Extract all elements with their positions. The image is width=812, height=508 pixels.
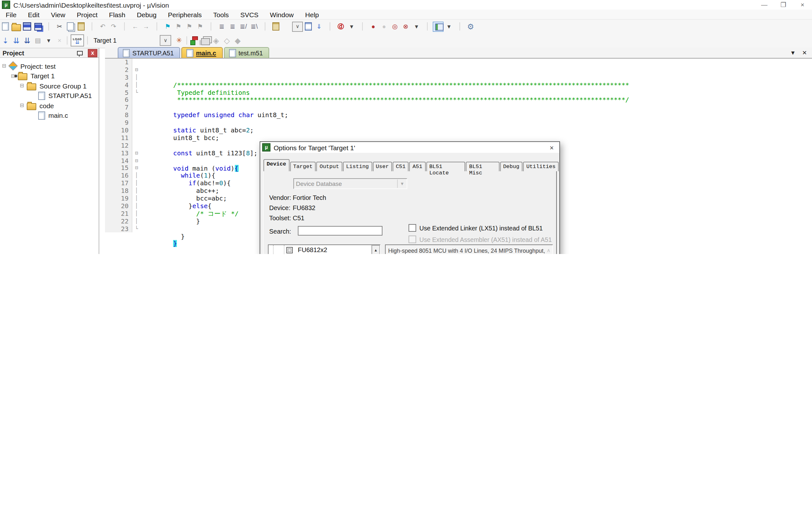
menu-window[interactable]: Window — [264, 10, 300, 18]
dialog-tab-user[interactable]: User — [373, 162, 392, 171]
fold-marker[interactable] — [132, 127, 141, 134]
fold-marker[interactable]: │ — [132, 217, 141, 225]
configure-wrench-icon[interactable]: ⚙ — [465, 21, 476, 32]
minimize-button[interactable]: — — [755, 0, 774, 9]
dialog-tab-bl51-misc[interactable]: BL51 Misc — [466, 162, 500, 171]
open-folder-icon[interactable] — [11, 21, 21, 32]
save-all-icon[interactable] — [33, 21, 43, 32]
menu-view[interactable]: View — [45, 10, 71, 18]
menu-tools[interactable]: Tools — [208, 10, 234, 18]
fold-marker[interactable] — [132, 96, 141, 104]
undo-icon[interactable]: ↶ — [97, 21, 108, 32]
dialog-tab-output[interactable]: Output — [316, 162, 342, 171]
tab-test-m51[interactable]: test.m51 — [224, 47, 269, 58]
dialog-tab-c51[interactable]: C51 — [393, 162, 409, 171]
fold-marker[interactable] — [132, 104, 141, 112]
expander-icon[interactable]: ⊟ — [20, 103, 27, 109]
dialog-tab-utilities[interactable]: Utilities — [523, 162, 559, 171]
expander-icon[interactable]: ⊟ — [20, 83, 27, 89]
fold-marker[interactable] — [132, 58, 141, 66]
debug-download-icon[interactable]: ⇓ — [314, 21, 324, 32]
dialog-tab-a51[interactable]: A51 — [409, 162, 426, 171]
menu-file[interactable]: File — [0, 10, 22, 18]
menu-debug[interactable]: Debug — [131, 10, 162, 18]
fold-marker[interactable]: ⊟ — [132, 165, 141, 172]
comment-icon[interactable]: ≣/ — [238, 21, 249, 32]
menu-svcs[interactable]: SVCS — [234, 10, 264, 18]
device-row-fu6812x2[interactable]: FU6812x2 — [269, 245, 371, 254]
menu-peripherals[interactable]: Peripherals — [162, 10, 208, 18]
unindent-icon[interactable]: ≣ — [216, 21, 227, 32]
dialog-tab-bl51-locate[interactable]: BL51 Locate — [426, 162, 465, 171]
build-icon[interactable]: ⇊ — [11, 35, 21, 45]
dialog-tab-target[interactable]: Target — [290, 162, 316, 171]
tab-main-c[interactable]: main.c — [181, 47, 222, 58]
fold-marker[interactable]: │ — [132, 187, 141, 195]
tree-item-main-c[interactable]: main.c — [0, 111, 99, 120]
search-combo[interactable]: ∨ — [292, 21, 303, 32]
rebuild-icon[interactable]: ⇊ — [21, 35, 33, 45]
find-in-files-icon[interactable] — [303, 21, 314, 32]
device-list[interactable]: FU6812x2 FU6813 FU6815 — [268, 245, 380, 254]
translate-icon[interactable]: ⇣ — [0, 35, 11, 45]
fold-marker[interactable]: │ — [132, 195, 141, 203]
diamond-grid-icon[interactable]: ◈ — [211, 35, 221, 45]
fold-marker[interactable]: │ — [132, 74, 141, 82]
fold-marker[interactable]: ⊟ — [132, 157, 141, 165]
paste-icon[interactable] — [76, 21, 87, 32]
menu-help[interactable]: Help — [300, 10, 324, 18]
insert-bookmark-icon[interactable]: ⚑ — [162, 21, 173, 32]
fold-marker[interactable] — [132, 142, 141, 150]
redo-icon[interactable]: ↷ — [108, 21, 119, 32]
tree-item-project-test[interactable]: ⊟ Project: test — [0, 61, 99, 71]
dropdown-arrow-icon[interactable]: ▾ — [444, 21, 454, 32]
fold-marker[interactable]: └ — [132, 225, 141, 233]
copy-icon[interactable] — [65, 21, 76, 32]
expander-icon[interactable]: ⊟ — [2, 64, 9, 69]
indent-icon[interactable]: ≣ — [227, 21, 238, 32]
search-input[interactable] — [298, 226, 382, 236]
project-windows-button[interactable] — [433, 21, 444, 32]
dialog-tab-device[interactable]: Device — [264, 159, 289, 171]
fold-marker[interactable]: ⊟ — [132, 149, 141, 157]
dialog-title-bar[interactable]: µ Options for Target 'Target 1' × — [260, 142, 559, 153]
tree-item-code[interactable]: ⊟ code — [0, 100, 99, 111]
fold-marker[interactable]: │ — [132, 180, 141, 187]
device-list-scrollbar[interactable]: ▲ ▼ — [371, 245, 380, 254]
dialog-tab-debug[interactable]: Debug — [500, 162, 523, 171]
batch-build-icon[interactable]: ▤ — [33, 35, 43, 45]
target-select[interactable]: Target 1 — [90, 36, 160, 45]
fold-marker[interactable] — [132, 112, 141, 119]
dropdown-arrow-icon[interactable]: ▾ — [346, 21, 357, 32]
target-select-arrow[interactable]: ∨ — [160, 35, 171, 46]
scroll-up-icon[interactable]: ▲ — [372, 245, 380, 254]
tree-item-source-group-1[interactable]: ⊟ Source Group 1 — [0, 81, 99, 91]
checkbox-icon[interactable] — [409, 224, 416, 232]
tab-list-arrow-icon[interactable]: ▼ — [790, 50, 796, 56]
fold-marker[interactable]: │ — [132, 203, 141, 210]
tree-item-target-1[interactable]: ⊟ Target 1 — [0, 71, 99, 81]
close-panel-icon[interactable]: x — [88, 49, 97, 57]
fold-marker[interactable]: ⊟ — [132, 66, 141, 74]
fold-marker[interactable]: │ — [132, 172, 141, 180]
dialog-tab-listing[interactable]: Listing — [343, 162, 372, 171]
file-extensions-icon[interactable] — [200, 35, 211, 45]
fold-marker[interactable]: │ — [132, 81, 141, 89]
dropdown-arrow-icon[interactable]: ▾ — [43, 35, 54, 45]
menu-flash[interactable]: Flash — [103, 10, 131, 18]
navigate-back-icon[interactable]: ← — [130, 21, 141, 32]
enable-disable-breakpoint-icon[interactable]: ◎ — [390, 21, 400, 32]
insert-template-icon[interactable] — [270, 21, 281, 32]
download-icon[interactable]: LOAD ⇊ — [71, 34, 84, 46]
new-file-icon[interactable] — [0, 21, 11, 32]
save-icon[interactable] — [21, 21, 33, 32]
prev-bookmark-icon[interactable]: ⚑ — [173, 21, 184, 32]
fold-marker[interactable] — [132, 134, 141, 142]
tree-item-startup-a51[interactable]: STARTUP.A51 — [0, 91, 99, 100]
navigate-forward-icon[interactable]: → — [141, 21, 151, 32]
fold-marker[interactable] — [132, 119, 141, 127]
manage-components-icon[interactable] — [189, 35, 200, 45]
dialog-close-icon[interactable]: × — [544, 143, 559, 151]
dropdown-arrow-icon[interactable]: ▾ — [411, 21, 422, 32]
pin-icon[interactable] — [77, 51, 83, 55]
